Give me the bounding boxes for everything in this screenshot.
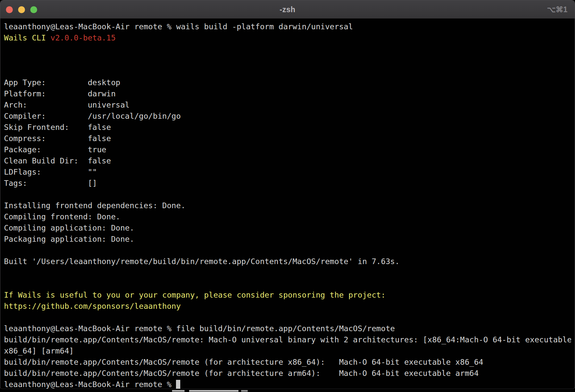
terminal-line: build/bin/remote.app/Contents/MacOS/remo… (4, 368, 571, 379)
window-title: -zsh (0, 0, 575, 19)
terminal-line (4, 312, 571, 323)
terminal-text: LDFlags: "" (4, 167, 97, 177)
terminal-text: Package: true (4, 145, 106, 154)
terminal-line: Wails CLI v2.0.0-beta.15 (4, 32, 571, 43)
terminal-text: Wails CLI (4, 33, 50, 42)
terminal-window: -zsh ⌥⌘1 leaanthony@Leas-MacBook-Air rem… (0, 0, 575, 389)
terminal-text: Arch: universal (4, 100, 130, 110)
background-window-fragment (172, 390, 185, 392)
terminal-text: Clean Build Dir: false (4, 156, 111, 165)
terminal-line: Compiling frontend: Done. (4, 211, 571, 222)
terminal-line: Tags: [] (4, 178, 571, 189)
terminal-line: leaanthony@Leas-MacBook-Air remote % (4, 379, 571, 389)
terminal-text: v2.0.0-beta.15 (50, 33, 115, 42)
terminal-line (4, 245, 571, 256)
terminal-line: x86_64] [arm64] (4, 345, 571, 356)
terminal-text: x86_64] [arm64] (4, 346, 74, 355)
terminal-text: Installing frontend dependencies: Done. (4, 201, 186, 210)
terminal-text: Platform: darwin (4, 89, 116, 98)
terminal-text: Tags: [] (4, 179, 97, 188)
terminal-line: LDFlags: "" (4, 166, 571, 178)
terminal-output[interactable]: leaanthony@Leas-MacBook-Air remote % wai… (0, 19, 575, 389)
terminal-line: leaanthony@Leas-MacBook-Air remote % wai… (4, 21, 571, 32)
terminal-line (4, 278, 571, 289)
terminal-line: Compiling application: Done. (4, 222, 571, 233)
terminal-line: build/bin/remote.app/Contents/MacOS/remo… (4, 356, 571, 368)
terminal-text: Compiling application: Done. (4, 223, 134, 233)
terminal-line (4, 43, 571, 55)
window-shortcut-badge: ⌥⌘1 (547, 0, 567, 19)
terminal-text: Skip Frontend: false (4, 123, 111, 132)
terminal-line: Compress: false (4, 133, 571, 144)
background-window-fragment (189, 390, 238, 392)
terminal-line: Skip Frontend: false (4, 122, 571, 133)
terminal-line (4, 267, 571, 278)
terminal-line: Built '/Users/leaanthony/remote/build/bi… (4, 256, 571, 267)
terminal-line: build/bin/remote.app/Contents/MacOS/remo… (4, 334, 571, 345)
background-window-fragment (241, 390, 248, 392)
terminal-line: App Type: desktop (4, 77, 571, 88)
terminal-text: leaanthony@Leas-MacBook-Air remote % wai… (4, 22, 353, 31)
terminal-text: leaanthony@Leas-MacBook-Air remote % (4, 380, 176, 389)
terminal-text: Compiler: /usr/local/go/bin/go (4, 111, 181, 121)
text-cursor (176, 380, 180, 389)
terminal-text: build/bin/remote.app/Contents/MacOS/remo… (4, 357, 483, 367)
terminal-line: https://github.com/sponsors/leaanthony (4, 301, 571, 312)
terminal-line: Compiler: /usr/local/go/bin/go (4, 110, 571, 122)
terminal-line: If Wails is useful to you or your compan… (4, 289, 571, 301)
terminal-line: leaanthony@Leas-MacBook-Air remote % fil… (4, 323, 571, 334)
terminal-line (4, 66, 571, 77)
terminal-text: build/bin/remote.app/Contents/MacOS/remo… (4, 335, 571, 344)
terminal-text: Compiling frontend: Done. (4, 212, 120, 221)
terminal-text: build/bin/remote.app/Contents/MacOS/remo… (4, 369, 479, 378)
terminal-text: leaanthony@Leas-MacBook-Air remote % fil… (4, 324, 395, 333)
terminal-line: Clean Build Dir: false (4, 155, 571, 166)
sponsor-link[interactable]: https://github.com/sponsors/leaanthony (4, 302, 181, 311)
terminal-text: Built '/Users/leaanthony/remote/build/bi… (4, 257, 400, 266)
terminal-line: Package: true (4, 144, 571, 155)
background-window-fragment (0, 390, 575, 392)
terminal-text: If Wails is useful to you or your compan… (4, 290, 386, 300)
title-bar[interactable]: -zsh ⌥⌘1 (0, 0, 575, 19)
terminal-text: App Type: desktop (4, 78, 120, 87)
terminal-line: Installing frontend dependencies: Done. (4, 200, 571, 211)
terminal-line: Platform: darwin (4, 88, 571, 99)
terminal-text: Packaging application: Done. (4, 234, 134, 244)
terminal-line: Packaging application: Done. (4, 233, 571, 245)
terminal-line: Arch: universal (4, 99, 571, 110)
terminal-line (4, 189, 571, 200)
terminal-text: Compress: false (4, 134, 111, 143)
terminal-line (4, 55, 571, 66)
